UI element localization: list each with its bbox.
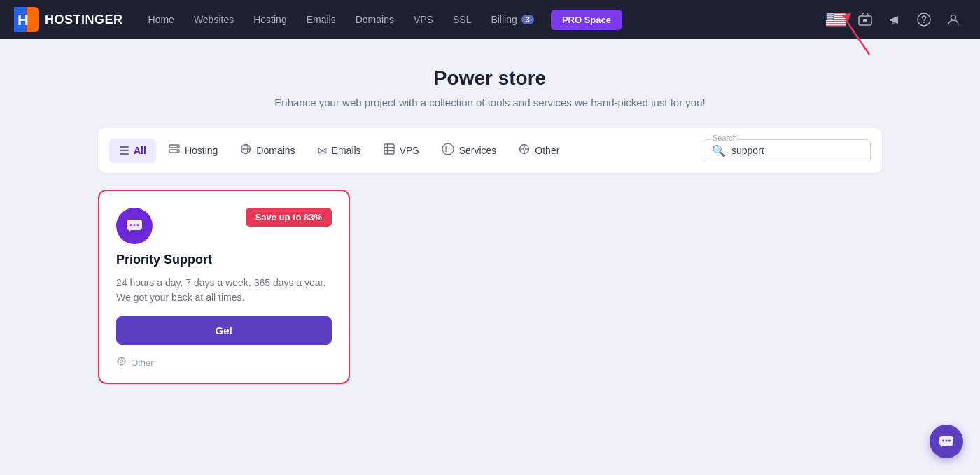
svg-point-59 (523, 148, 526, 150)
svg-point-47 (176, 146, 178, 147)
svg-point-69 (120, 360, 123, 363)
card-category: Other (116, 356, 332, 369)
get-button[interactable]: Get (116, 316, 332, 345)
svg-point-21 (828, 15, 830, 17)
search-input[interactable] (732, 145, 844, 156)
svg-point-41 (923, 22, 925, 24)
domains-icon (240, 143, 251, 157)
search-label: Search (711, 134, 738, 142)
svg-point-67 (137, 224, 139, 226)
svg-point-32 (831, 17, 832, 19)
svg-point-11 (827, 13, 828, 15)
navbar-nav: Home Websites Hosting Emails Domains VPS… (140, 10, 812, 30)
all-icon: ☰ (119, 144, 129, 157)
svg-point-31 (830, 17, 831, 19)
search-input-wrap: 🔍 (703, 139, 871, 162)
svg-point-77 (948, 440, 951, 442)
store-icon-btn[interactable] (853, 7, 878, 32)
svg-point-24 (832, 15, 834, 17)
nav-billing[interactable]: Billing 3 (482, 10, 542, 29)
vps-icon (384, 143, 395, 157)
filter-tab-all[interactable]: ☰ All (109, 139, 156, 163)
svg-point-34 (827, 18, 829, 20)
emails-icon: ✉ (318, 144, 327, 157)
svg-rect-7 (826, 20, 846, 22)
card-title: Priority Support (116, 253, 332, 267)
svg-point-26 (829, 16, 830, 17)
nav-hosting[interactable]: Hosting (245, 10, 295, 29)
svg-point-25 (827, 16, 829, 17)
svg-point-23 (831, 15, 832, 17)
nav-home[interactable]: Home (140, 10, 183, 29)
filter-tab-vps[interactable]: VPS (374, 138, 429, 163)
svg-point-35 (829, 18, 830, 20)
svg-point-17 (829, 14, 830, 15)
priority-support-card: Save up to 83% Priority Support 24 hours… (98, 190, 350, 384)
svg-point-29 (827, 17, 828, 19)
svg-rect-39 (863, 19, 867, 22)
category-icon (116, 356, 127, 369)
svg-point-42 (951, 15, 956, 20)
svg-point-37 (832, 18, 833, 20)
filter-tab-emails[interactable]: ✉ Emails (308, 139, 371, 163)
language-selector[interactable] (823, 7, 848, 32)
filter-tabs: ☰ All Hosting Domains ✉ Emails (109, 137, 569, 164)
filter-tab-domains[interactable]: Domains (230, 138, 304, 163)
nav-emails[interactable]: Emails (298, 10, 344, 29)
filter-tab-hosting[interactable]: Hosting (159, 138, 227, 163)
nav-ssl[interactable]: SSL (444, 10, 479, 29)
navbar: H HOSTINGER Home Websites Hosting Emails… (0, 0, 980, 39)
hosting-icon (169, 143, 180, 157)
svg-point-48 (176, 150, 178, 152)
nav-websites[interactable]: Websites (186, 10, 242, 29)
save-badge: Save up to 83% (246, 208, 332, 227)
svg-point-56 (442, 143, 454, 155)
page-title: Power store (434, 67, 546, 90)
other-icon (519, 143, 530, 157)
logo[interactable]: H HOSTINGER (14, 7, 123, 32)
svg-point-19 (832, 14, 833, 15)
help-icon-btn[interactable] (911, 7, 937, 32)
svg-point-75 (942, 440, 944, 442)
cards-grid: Save up to 83% Priority Support 24 hours… (98, 190, 882, 384)
navbar-right (823, 7, 966, 32)
billing-badge: 3 (522, 15, 534, 24)
svg-point-16 (827, 14, 829, 15)
svg-rect-52 (384, 144, 394, 154)
search-wrapper: Search 🔍 (703, 139, 871, 162)
filter-tab-other[interactable]: Other (509, 138, 569, 163)
svg-point-28 (832, 16, 833, 17)
svg-rect-8 (826, 22, 846, 24)
svg-point-65 (130, 224, 132, 226)
services-icon: f (442, 143, 454, 158)
main-content: Power store Enhance your web project wit… (0, 39, 980, 398)
announcement-icon-btn[interactable] (882, 7, 907, 32)
filter-bar: ☰ All Hosting Domains ✉ Emails (98, 128, 882, 173)
svg-point-76 (946, 440, 948, 442)
svg-point-22 (830, 15, 831, 17)
card-description: 24 hours a day. 7 days a week. 365 days … (116, 276, 332, 305)
svg-rect-9 (826, 24, 846, 26)
category-label: Other (131, 357, 154, 368)
svg-point-14 (831, 13, 832, 15)
page-subtitle: Enhance your web project with a collecti… (274, 97, 705, 108)
svg-point-13 (830, 13, 831, 15)
nav-vps[interactable]: VPS (405, 10, 442, 29)
nav-domains[interactable]: Domains (347, 10, 402, 29)
svg-text:f: f (444, 146, 447, 153)
search-icon: 🔍 (712, 144, 726, 157)
svg-point-36 (830, 18, 832, 20)
filter-tab-services[interactable]: f Services (432, 137, 507, 164)
svg-point-15 (832, 13, 834, 15)
svg-point-12 (828, 13, 830, 15)
svg-point-18 (830, 14, 832, 15)
pro-space-button[interactable]: PRO Space (551, 10, 622, 30)
user-icon-btn[interactable] (941, 7, 966, 32)
chat-widget[interactable] (930, 425, 963, 458)
logo-text: HOSTINGER (45, 13, 123, 27)
svg-point-33 (832, 17, 834, 19)
svg-text:H: H (18, 11, 29, 29)
svg-point-30 (828, 17, 830, 19)
svg-point-66 (134, 224, 136, 226)
svg-point-20 (827, 15, 828, 17)
